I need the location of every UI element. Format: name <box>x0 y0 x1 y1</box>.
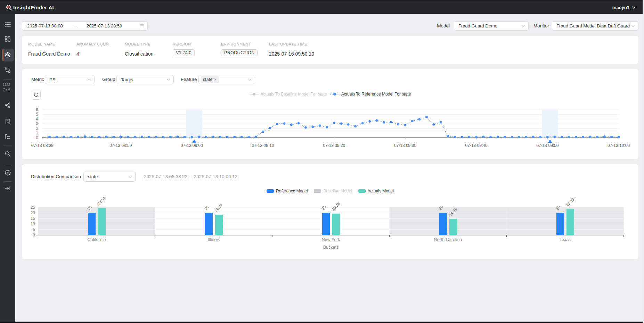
svg-text:New York: New York <box>322 237 341 242</box>
model-select[interactable]: Fraud Guard Demo <box>454 21 529 31</box>
monitor-label: Monitor <box>532 21 549 31</box>
svg-text:4: 4 <box>36 117 38 122</box>
page: InsightFinder AI maoyu1 <box>0 0 644 323</box>
svg-text:Texas: Texas <box>560 237 571 242</box>
svg-text:07-13 09:10: 07-13 09:10 <box>252 143 274 148</box>
info-label: LAST UPDATE TIME <box>269 42 307 46</box>
svg-text:20: 20 <box>321 205 327 211</box>
info-value-version: V1.74.0 <box>173 50 195 55</box>
page-bottom-border <box>0 322 644 323</box>
monitor-select[interactable]: Fraud Guard Model Data Drift Guard <box>552 21 638 31</box>
svg-text:23.39: 23.39 <box>565 197 575 207</box>
user-menu[interactable]: maoyu1 <box>612 5 636 10</box>
svg-text:20: 20 <box>31 210 35 215</box>
info-label: ENVIRONMENT <box>221 42 251 46</box>
app-title: InsightFinder AI <box>13 5 54 10</box>
svg-text:5: 5 <box>36 112 38 117</box>
chevron-down-icon <box>632 6 636 9</box>
sidebar-item-search[interactable] <box>2 148 13 159</box>
info-label: ANOMALY COUNT <box>76 42 111 46</box>
page-right-edge <box>643 0 644 323</box>
svg-text:07-13 08:39: 07-13 08:39 <box>31 143 54 148</box>
svg-text:19.38: 19.38 <box>331 201 341 212</box>
calendar-icon <box>140 24 144 28</box>
model-label: Model <box>437 21 450 31</box>
distribution-bar-chart: 05101520252024.37California2018.27Illino… <box>22 164 638 259</box>
app-header: InsightFinder AI maoyu1 <box>0 0 643 14</box>
drift-chart-card: Metric PSI Group Target Feature state× A… <box>22 69 638 159</box>
sidebar-divider <box>3 165 12 165</box>
svg-text:0: 0 <box>36 135 38 140</box>
info-value-anomaly-count: 4 <box>76 51 79 57</box>
svg-text:Buckets: Buckets <box>323 245 339 250</box>
logout-icon <box>5 186 10 191</box>
list-icon <box>5 22 11 27</box>
info-label: MODEL NAME <box>28 42 55 46</box>
date-start[interactable]: 2025-07-13 00:00 <box>22 23 63 28</box>
svg-text:07-13 09:00: 07-13 09:00 <box>181 143 203 148</box>
info-label: VERSION <box>173 42 191 46</box>
svg-text:North Carolina: North Carolina <box>434 237 462 242</box>
document-search-icon <box>5 119 10 124</box>
version-tag: V1.74.0 <box>173 49 195 56</box>
svg-text:07-13 09:40: 07-13 09:40 <box>465 143 488 148</box>
chevron-down-icon <box>521 25 525 27</box>
model-select-value: Fraud Guard Demo <box>454 23 497 28</box>
sidebar: LLMTools <box>0 14 15 322</box>
svg-text:1: 1 <box>36 131 38 135</box>
search-icon <box>5 151 10 157</box>
svg-text:07-13 09:30: 07-13 09:30 <box>394 143 416 148</box>
monitor-select-value: Fraud Guard Model Data Drift Guard <box>552 23 630 28</box>
model-pentagon-icon <box>5 52 11 58</box>
svg-text:18.27: 18.27 <box>214 203 224 213</box>
sidebar-section-llm-tools: LLMTools <box>3 82 11 92</box>
svg-text:3: 3 <box>36 121 38 126</box>
sidebar-item-list[interactable] <box>2 19 13 30</box>
sidebar-item-logout[interactable] <box>2 183 13 194</box>
plus-circle-icon <box>5 170 11 176</box>
model-info-card: MODEL NAME Fraud Guard Demo ANOMALY COUN… <box>22 36 638 64</box>
svg-text:07-13 08:50: 07-13 08:50 <box>109 143 132 148</box>
svg-text:20: 20 <box>204 205 210 211</box>
date-range-picker[interactable]: 2025-07-13 00:00 → 2025-07-13 23:59 <box>22 21 148 31</box>
svg-text:15: 15 <box>31 216 35 221</box>
arrow-right-icon: → <box>63 24 87 28</box>
info-value-last-update: 2025-07-16 09:50:10 <box>269 51 314 57</box>
drift-line-chart: 012345607-13 08:3907-13 08:5007-13 09:00… <box>22 69 638 159</box>
sidebar-item-tree[interactable] <box>2 131 13 142</box>
app-logo-icon <box>6 5 12 11</box>
sidebar-item-compare[interactable] <box>2 65 13 76</box>
sidebar-item-pipelines[interactable] <box>2 100 13 111</box>
sidebar-item-model[interactable] <box>2 49 13 60</box>
date-end[interactable]: 2025-07-13 23:59 <box>87 23 122 28</box>
svg-text:25: 25 <box>31 205 35 210</box>
distribution-card: Distribution Comparison state 2025-07-13… <box>22 164 638 259</box>
svg-text:07-13 09:20: 07-13 09:20 <box>323 143 345 148</box>
svg-text:10: 10 <box>31 222 35 226</box>
git-compare-icon <box>5 67 10 73</box>
info-value-model-name: Fraud Guard Demo <box>28 51 70 57</box>
svg-text:Illinois: Illinois <box>208 237 220 242</box>
svg-text:California: California <box>88 237 106 242</box>
sidebar-divider <box>3 79 12 80</box>
svg-text:5: 5 <box>33 227 35 232</box>
svg-text:0: 0 <box>33 233 35 238</box>
sidebar-item-doc-analysis[interactable] <box>2 116 13 127</box>
tree-list-icon <box>5 134 10 139</box>
chevron-down-icon <box>631 25 635 27</box>
dashboard-icon <box>5 36 10 42</box>
sidebar-item-add[interactable] <box>2 167 13 178</box>
sidebar-divider <box>3 181 12 182</box>
username: maoyu1 <box>612 5 629 10</box>
sidebar-item-dashboard[interactable] <box>2 33 13 44</box>
svg-text:24.37: 24.37 <box>97 196 107 206</box>
svg-text:07-13 09:50: 07-13 09:50 <box>536 143 559 148</box>
svg-text:2: 2 <box>36 126 38 131</box>
environment-tag: PRODUCTION <box>221 49 258 56</box>
info-value-environment: PRODUCTION <box>221 50 258 55</box>
sidebar-divider <box>3 146 12 146</box>
info-value-model-type: Classification <box>125 51 153 57</box>
info-label: MODEL TYPE <box>125 42 150 46</box>
svg-text:07-13 10:00: 07-13 10:00 <box>608 143 630 148</box>
svg-text:6: 6 <box>36 107 38 112</box>
